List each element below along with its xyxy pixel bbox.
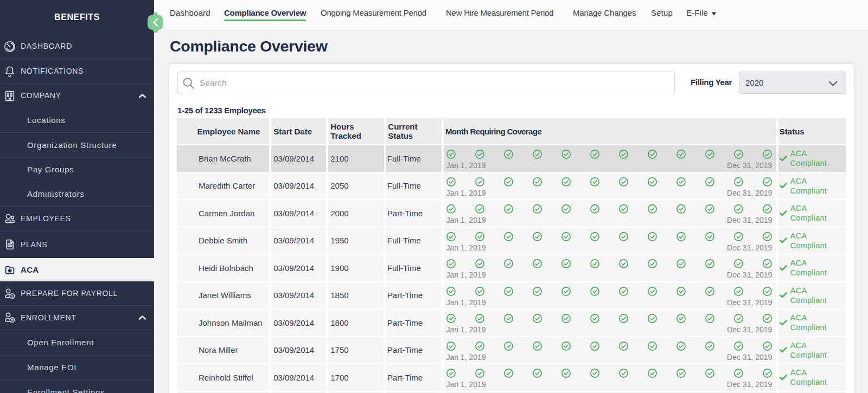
svg-text:$: $: [11, 294, 13, 298]
